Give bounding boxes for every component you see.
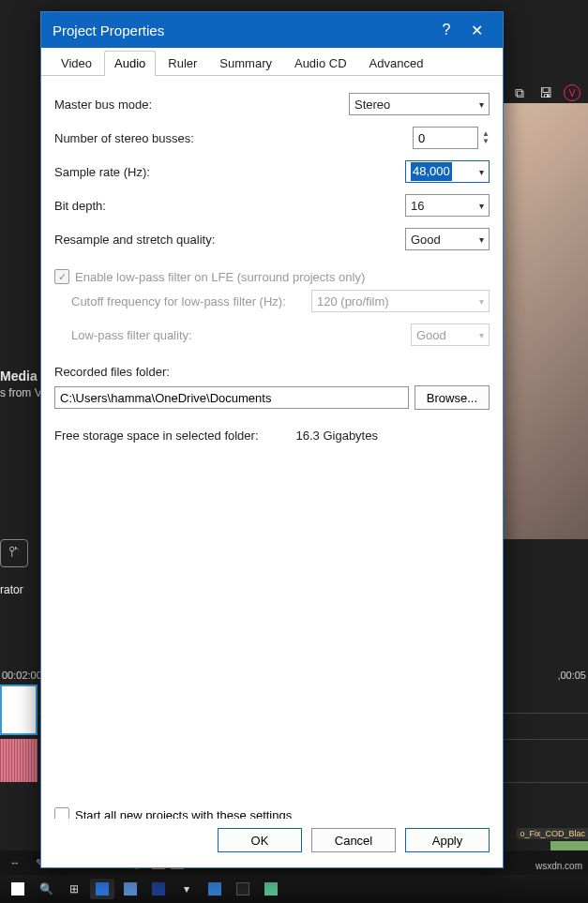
help-icon[interactable]: ? [431,15,461,45]
dialog-body: Master bus mode: Stereo ▾ Number of ster… [41,76,503,499]
dialog-titlebar: Project Properties ? ✕ [41,12,503,48]
save-icon[interactable]: 🖫 [537,84,554,101]
master-bus-label: Master bus mode: [54,98,349,112]
sample-rate-label: Sample rate (Hz): [54,165,405,179]
chevron-down-icon: ▾ [479,167,484,177]
resample-value: Good [411,233,441,247]
tabs-row: Video Audio Ruler Summary Audio CD Advan… [41,48,503,76]
generator-icon[interactable] [0,539,28,567]
apply-button[interactable]: Apply [405,828,490,852]
stereo-busses-input[interactable] [413,127,478,149]
watermark: wsxdn.com [535,861,582,871]
browse-button[interactable]: Browse... [415,385,490,410]
master-bus-combo[interactable]: Stereo ▾ [349,93,490,115]
chevron-down-icon: ▾ [479,201,484,211]
chevron-down-icon: ▾ [479,99,484,110]
chevron-down-icon: ▾ [479,330,484,340]
panel-title-media: Media [0,369,38,384]
sample-rate-combo[interactable]: 48,000 ▾ [405,160,490,183]
timeline-clip-thumb[interactable] [0,685,38,735]
tab-audio[interactable]: Audio [104,51,156,76]
taskbar: 🔍 ⊞ ▾ [0,875,588,903]
tab-ruler[interactable]: Ruler [158,51,207,76]
lfe-cutoff-combo: 120 (pro/film) ▾ [311,290,490,312]
lfe-quality-combo: Good ▾ [411,324,490,346]
resample-label: Resample and stretch quality: [54,233,405,247]
cancel-button[interactable]: Cancel [311,828,396,852]
bit-depth-label: Bit depth: [54,199,405,213]
start-icon[interactable] [6,879,30,899]
chevron-down-icon: ▾ [479,296,484,307]
app-pinned[interactable] [231,879,255,899]
timeline-tick-left: 00:02:00 [2,670,42,681]
free-space-label: Free storage space in selected folder: [54,429,259,443]
lfe-cutoff-label: Cutoff frequency for low-pass filter (Hz… [71,294,311,309]
record-icon[interactable]: V [564,84,580,101]
preview-frame [504,103,588,539]
svg-point-0 [10,547,15,551]
generator-label: rator [0,583,23,596]
timeline-clip-wave[interactable] [0,739,38,782]
recorded-folder-input[interactable] [54,386,409,409]
lfe-quality-value: Good [416,328,446,342]
free-space-value: 16.3 Gigabytes [296,429,378,443]
spin-arrows[interactable]: ▲▼ [482,130,490,145]
app-pinned[interactable] [259,879,283,899]
app-pinned[interactable] [90,879,114,899]
taskview-icon[interactable]: ⊞ [62,879,86,899]
tab-video[interactable]: Video [51,51,102,76]
chevron-down-icon: ▾ [479,234,484,245]
tab-summary[interactable]: Summary [209,51,282,76]
lfe-cutoff-value: 120 (pro/film) [317,294,389,309]
panel-sub: s from V [0,386,42,399]
project-properties-dialog: Project Properties ? ✕ Video Audio Ruler… [40,11,504,868]
master-bus-value: Stereo [354,98,390,112]
recorded-folder-label: Recorded files folder: [54,365,490,379]
lfe-quality-label: Low-pass filter quality: [71,328,411,342]
copy-icon[interactable]: ⧉ [511,84,528,101]
app-pinned[interactable] [118,879,143,899]
search-icon[interactable]: 🔍 [34,879,58,899]
app-pinned[interactable] [146,879,171,899]
close-icon[interactable]: ✕ [461,15,491,45]
tool-icon[interactable]: ↔ [6,854,24,871]
top-right-icons: ⧉ 🖫 V [511,84,580,101]
bit-depth-combo[interactable]: 16 ▾ [405,194,490,217]
dialog-footer: OK Cancel Apply [41,819,503,867]
lfe-enable-checkbox [54,269,69,284]
bit-depth-value: 16 [411,199,424,213]
lfe-enable-label: Enable low-pass filter on LFE (surround … [75,270,365,284]
tab-audio-cd[interactable]: Audio CD [284,51,357,76]
dialog-title: Project Properties [53,23,164,38]
stereo-busses-label: Number of stereo busses: [54,131,413,145]
tab-advanced[interactable]: Advanced [359,51,434,76]
timeline-tick-right: ,00:05 [557,670,586,681]
app-pinned[interactable] [203,879,227,899]
clip-name-right: o_Fix_COD_Blac [517,828,588,839]
chevron-down-icon: ▼ [482,138,490,145]
lfe-enable-row: Enable low-pass filter on LFE (surround … [54,269,490,284]
resample-combo[interactable]: Good ▾ [405,228,490,250]
app-pinned[interactable]: ▾ [174,879,199,899]
sample-rate-value: 48,000 [411,162,452,181]
ok-button[interactable]: OK [218,828,302,852]
